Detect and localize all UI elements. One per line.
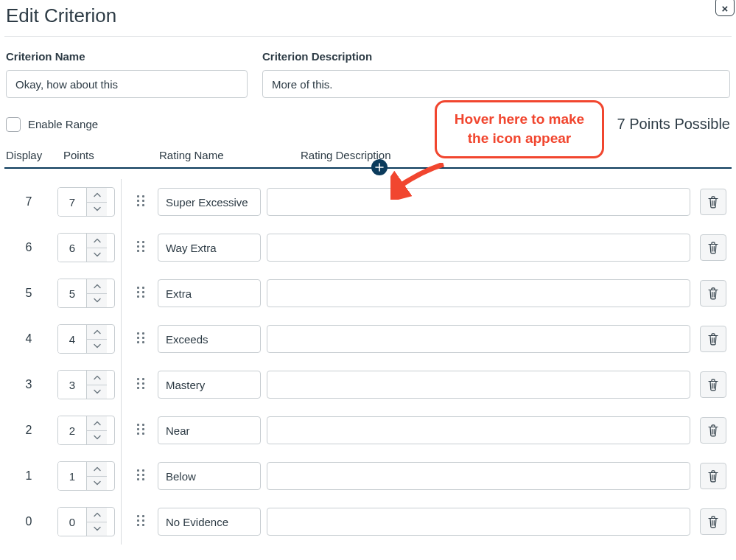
- rating-display-value: 1: [6, 469, 52, 483]
- vertical-divider: [121, 179, 122, 545]
- rating-description-input[interactable]: [267, 188, 690, 216]
- rating-description-input[interactable]: [267, 325, 690, 353]
- points-increment-button[interactable]: [87, 279, 107, 293]
- delete-rating-button[interactable]: [700, 280, 726, 307]
- rating-name-input[interactable]: [158, 279, 261, 307]
- delete-rating-button[interactable]: [700, 417, 726, 444]
- rating-display-value: 6: [6, 241, 52, 254]
- enable-range-checkbox[interactable]: [6, 117, 21, 132]
- points-decrement-button[interactable]: [87, 476, 107, 491]
- drag-handle-icon[interactable]: [137, 241, 146, 254]
- column-header-display: Display: [6, 149, 57, 161]
- rating-display-value: 5: [6, 287, 52, 300]
- drag-handle-icon[interactable]: [137, 469, 146, 483]
- rating-description-input[interactable]: [267, 234, 690, 262]
- rating-points-stepper[interactable]: [57, 416, 115, 445]
- rating-description-input[interactable]: [267, 416, 690, 444]
- add-rating-button[interactable]: [371, 159, 388, 175]
- rating-points-stepper[interactable]: [57, 507, 115, 536]
- delete-rating-button[interactable]: [700, 463, 726, 489]
- points-increment-button[interactable]: [87, 416, 107, 430]
- rating-points-stepper[interactable]: [57, 461, 115, 491]
- rating-name-input[interactable]: [158, 371, 261, 399]
- annotation-arrow-icon: [390, 163, 449, 200]
- points-increment-button[interactable]: [87, 462, 107, 476]
- rating-display-value: 4: [6, 332, 52, 346]
- drag-handle-icon[interactable]: [137, 195, 146, 209]
- rating-name-input[interactable]: [158, 462, 261, 490]
- rating-row: 5: [4, 270, 732, 316]
- rating-points-input[interactable]: [58, 188, 86, 216]
- delete-rating-button[interactable]: [700, 326, 726, 352]
- column-header-rating-name: Rating Name: [159, 149, 268, 161]
- points-decrement-button[interactable]: [87, 202, 107, 217]
- ratings-divider: [4, 167, 732, 169]
- rating-row: 2: [4, 407, 732, 453]
- drag-handle-icon[interactable]: [137, 424, 146, 437]
- criterion-description-input[interactable]: [262, 70, 730, 98]
- rating-points-input[interactable]: [58, 279, 86, 307]
- points-possible-text: 7 Points Possible: [617, 116, 730, 133]
- rating-name-input[interactable]: [158, 188, 261, 216]
- points-increment-button[interactable]: [87, 188, 107, 202]
- rating-row: 4: [4, 316, 732, 362]
- drag-handle-icon[interactable]: [137, 515, 146, 528]
- points-decrement-button[interactable]: [87, 522, 107, 536]
- points-increment-button[interactable]: [87, 234, 107, 248]
- annotation-callout: Hover here to make the icon appear: [435, 100, 604, 158]
- rating-description-input[interactable]: [267, 371, 690, 399]
- points-decrement-button[interactable]: [87, 339, 107, 354]
- close-button[interactable]: [715, 0, 735, 16]
- rating-row: 1: [4, 453, 732, 499]
- rating-points-stepper[interactable]: [57, 370, 115, 399]
- rating-points-stepper[interactable]: [57, 233, 115, 262]
- rating-points-input[interactable]: [58, 325, 86, 353]
- rating-points-input[interactable]: [58, 508, 86, 536]
- rating-row: 3: [4, 362, 732, 407]
- rating-row: 0: [4, 499, 732, 545]
- points-decrement-button[interactable]: [87, 385, 107, 399]
- rating-row: 6: [4, 225, 732, 270]
- rating-points-input[interactable]: [58, 416, 86, 444]
- drag-handle-icon[interactable]: [137, 287, 146, 300]
- enable-range-label: Enable Range: [28, 118, 98, 130]
- rating-display-value: 0: [6, 515, 52, 528]
- points-increment-button[interactable]: [87, 371, 107, 385]
- delete-rating-button[interactable]: [700, 508, 726, 535]
- rating-points-input[interactable]: [58, 371, 86, 399]
- rating-points-stepper[interactable]: [57, 187, 115, 217]
- rating-display-value: 7: [6, 195, 52, 209]
- page-title: Edit Criterion: [6, 4, 732, 27]
- rating-points-input[interactable]: [58, 234, 86, 262]
- rating-name-input[interactable]: [158, 508, 261, 536]
- points-decrement-button[interactable]: [87, 430, 107, 445]
- rating-name-input[interactable]: [158, 234, 261, 262]
- rating-points-input[interactable]: [58, 462, 86, 490]
- delete-rating-button[interactable]: [700, 234, 726, 261]
- plus-icon: [375, 163, 384, 172]
- title-divider: [4, 36, 732, 37]
- drag-handle-icon[interactable]: [137, 332, 146, 346]
- criterion-name-input[interactable]: [6, 70, 248, 98]
- points-decrement-button[interactable]: [87, 293, 107, 308]
- rating-name-input[interactable]: [158, 416, 261, 444]
- rating-display-value: 3: [6, 378, 52, 391]
- criterion-name-label: Criterion Name: [6, 50, 248, 63]
- criterion-description-label: Criterion Description: [262, 50, 730, 63]
- rating-name-input[interactable]: [158, 325, 261, 353]
- points-decrement-button[interactable]: [87, 248, 107, 262]
- points-increment-button[interactable]: [87, 508, 107, 522]
- rating-points-stepper[interactable]: [57, 324, 115, 354]
- rating-description-input[interactable]: [267, 279, 690, 307]
- rating-display-value: 2: [6, 424, 52, 437]
- delete-rating-button[interactable]: [700, 189, 726, 215]
- column-header-points: Points: [62, 149, 124, 161]
- points-increment-button[interactable]: [87, 325, 107, 339]
- rating-points-stepper[interactable]: [57, 279, 115, 308]
- delete-rating-button[interactable]: [700, 371, 726, 398]
- rating-row: 7: [4, 179, 732, 225]
- rating-description-input[interactable]: [267, 462, 690, 490]
- drag-handle-icon[interactable]: [137, 378, 146, 391]
- rating-description-input[interactable]: [267, 508, 690, 536]
